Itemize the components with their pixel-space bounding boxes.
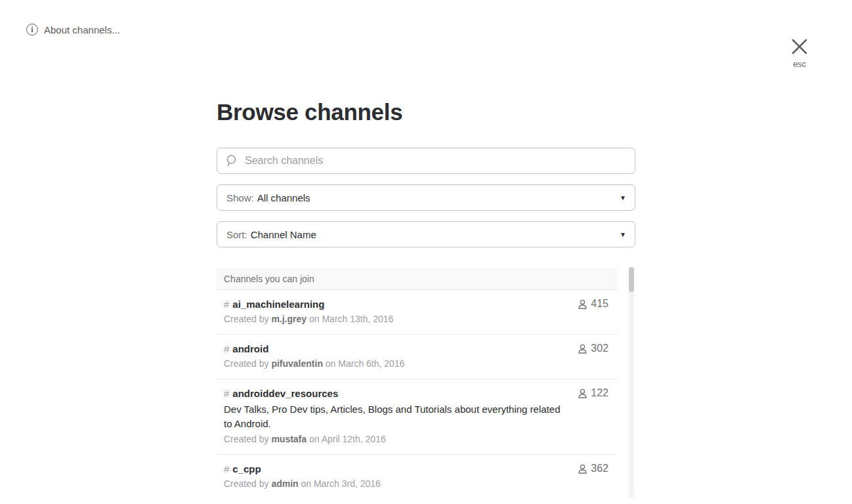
channel-row-android[interactable]: #android Created by pifuvalentin on Marc…	[217, 335, 617, 379]
channel-name: androiddev_resources	[232, 388, 338, 399]
channel-name-line: #androiddev_resources	[224, 387, 610, 400]
created-date: on March 13th, 2016	[309, 314, 393, 324]
sort-dropdown[interactable]: Sort: Channel Name ▼	[217, 221, 635, 247]
channel-name: ai_machinelearning	[232, 299, 324, 310]
created-prefix: Created by	[224, 358, 268, 369]
channel-name: android	[232, 343, 268, 354]
created-date: on March 3rd, 2016	[301, 478, 381, 489]
about-channels[interactable]: i About channels...	[26, 24, 120, 35]
chevron-down-icon: ▼	[620, 231, 626, 238]
creator-name: admin	[271, 478, 298, 489]
member-count-value: 415	[591, 298, 608, 310]
close-icon	[791, 38, 808, 55]
page-title: Browse channels	[217, 99, 402, 125]
sort-value: Channel Name	[251, 229, 316, 240]
search-icon	[225, 154, 238, 167]
hash-icon: #	[224, 343, 229, 354]
member-count: 362	[578, 463, 608, 474]
created-date: on March 6th, 2016	[326, 358, 405, 369]
creator-name: pifuvalentin	[271, 358, 323, 369]
channel-row-androiddev_resources[interactable]: #androiddev_resources Dev Talks, Pro Dev…	[217, 379, 617, 455]
member-count: 122	[578, 387, 608, 399]
creator-name: m.j.grey	[271, 314, 307, 324]
channel-name-line: #c_cpp	[224, 463, 610, 476]
scrollbar-track[interactable]	[629, 267, 634, 498]
channel-row-ai_machinelearning[interactable]: #ai_machinelearning Created by m.j.grey …	[217, 290, 617, 335]
hash-icon: #	[224, 299, 229, 310]
person-icon	[578, 464, 587, 474]
chevron-down-icon: ▼	[620, 194, 626, 201]
show-filter-value: All channels	[257, 192, 310, 203]
channel-description: Dev Talks, Pro Dev tips, Articles, Blogs…	[224, 402, 565, 431]
channel-row-c_cpp[interactable]: #c_cpp Created by admin on March 3rd, 20…	[217, 455, 617, 499]
sort-label: Sort:	[226, 229, 247, 240]
created-prefix: Created by	[224, 314, 268, 324]
created-prefix: Created by	[224, 478, 268, 489]
member-count-value: 122	[591, 387, 608, 399]
channel-name: c_cpp	[232, 463, 261, 474]
show-filter-dropdown[interactable]: Show: All channels ▼	[217, 184, 635, 211]
channel-list-header: Channels you can join	[217, 268, 617, 290]
search-box[interactable]	[217, 148, 635, 174]
created-prefix: Created by	[224, 434, 268, 444]
channel-name-line: #ai_machinelearning	[224, 298, 610, 311]
search-input[interactable]	[245, 155, 627, 167]
about-channels-label: About channels...	[44, 24, 120, 35]
member-count-value: 362	[591, 463, 608, 474]
member-count-value: 302	[591, 343, 608, 354]
show-filter-label: Show:	[226, 192, 254, 203]
hash-icon: #	[224, 388, 229, 399]
person-icon	[578, 299, 587, 309]
hash-icon: #	[224, 463, 229, 474]
channel-created: Created by mustafa on April 12th, 2016	[224, 433, 610, 446]
person-icon	[578, 388, 587, 398]
created-date: on April 12th, 2016	[309, 434, 386, 444]
person-icon	[578, 344, 587, 354]
channel-created: Created by pifuvalentin on March 6th, 20…	[224, 358, 610, 370]
channel-created: Created by m.j.grey on March 13th, 2016	[224, 313, 610, 326]
scrollbar-thumb[interactable]	[629, 267, 634, 292]
member-count: 302	[578, 343, 608, 354]
channel-list: Channels you can join #ai_machinelearnin…	[217, 268, 617, 499]
close-button[interactable]: esc	[782, 38, 817, 69]
info-icon: i	[26, 24, 38, 35]
channel-name-line: #android	[224, 343, 610, 356]
channel-created: Created by admin on March 3rd, 2016	[224, 478, 610, 490]
creator-name: mustafa	[271, 434, 307, 444]
esc-label: esc	[793, 59, 806, 69]
member-count: 415	[578, 298, 608, 310]
